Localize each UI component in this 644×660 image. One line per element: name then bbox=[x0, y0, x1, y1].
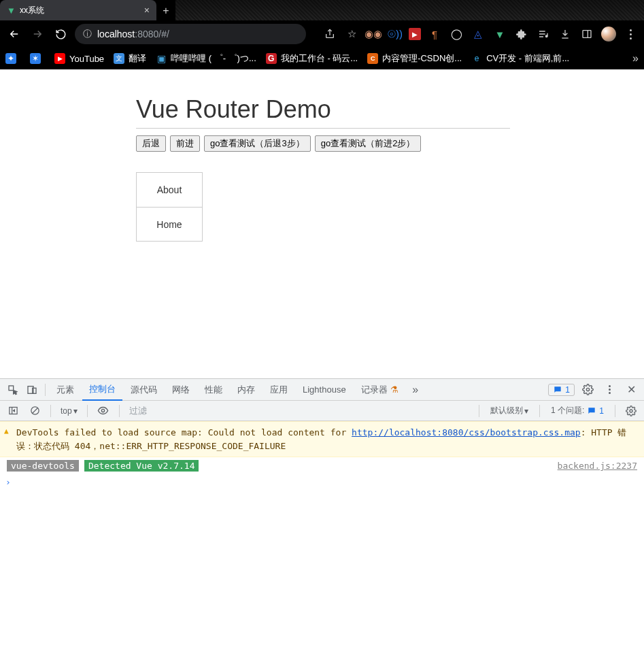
edge-icon: e bbox=[471, 53, 482, 64]
tab-network[interactable]: 网络 bbox=[165, 379, 197, 401]
separator bbox=[45, 384, 46, 396]
router-link-about[interactable]: About bbox=[137, 173, 202, 207]
browser-toolbar: ⓘ localhost:8080/#/ ☆ ◉◉ ⦾)) ▶ ¶ ◯ ◬ ▼ bbox=[0, 20, 644, 48]
console-filter-bar: top▾ 默认级别▾ 1 个问题: 1 bbox=[0, 401, 644, 421]
devtools-close-icon[interactable]: ✕ bbox=[622, 381, 640, 399]
bookmark-label: 内容管理-CSDN创... bbox=[382, 52, 462, 65]
separator bbox=[50, 405, 51, 417]
profile-avatar[interactable] bbox=[600, 26, 617, 42]
url-text: localhost:8080/#/ bbox=[97, 29, 169, 39]
ext-red-icon[interactable]: ▶ bbox=[409, 28, 421, 40]
browser-tab[interactable]: ▼ xx系统 × bbox=[0, 0, 156, 20]
separator bbox=[119, 405, 120, 417]
go-back3-button[interactable]: go查看测试（后退3步） bbox=[204, 135, 311, 152]
bookmark-item[interactable]: ✶ bbox=[30, 53, 45, 64]
sourcemap-link[interactable]: http://localhost:8080/css/bootstrap.css.… bbox=[352, 427, 581, 438]
forward-button[interactable] bbox=[29, 25, 46, 43]
bookmark-item[interactable]: 文翻译 bbox=[114, 52, 146, 65]
tab-sources[interactable]: 源代码 bbox=[124, 379, 164, 401]
page-content: Vue Router Demo 后退 前进 go查看测试（后退3步） go查看测… bbox=[0, 69, 644, 378]
bookmark-item[interactable]: G我的工作台 - 码云... bbox=[266, 52, 358, 65]
forward-button-app[interactable]: 前进 bbox=[170, 135, 200, 152]
devtools-menu-icon[interactable] bbox=[600, 381, 618, 399]
ext-triangle-icon[interactable]: ◬ bbox=[470, 26, 486, 42]
console-warning[interactable]: DevTools failed to load source map: Coul… bbox=[0, 421, 644, 457]
log-level-selector[interactable]: 默认级别▾ bbox=[486, 405, 532, 416]
reload-button[interactable] bbox=[52, 25, 69, 43]
devtools-tabbar: 元素 控制台 源代码 网络 性能 内存 应用 Lighthouse 记录器 ⚗ … bbox=[0, 379, 644, 401]
bookmark-label: CV开发 - 前端网,前... bbox=[486, 52, 569, 65]
console-empty[interactable] bbox=[0, 490, 644, 660]
bookmark-item[interactable]: ▶YouTube bbox=[54, 53, 104, 64]
chrome-menu-button[interactable] bbox=[622, 26, 639, 42]
console-filter-input[interactable] bbox=[126, 406, 472, 416]
ext-owl-icon[interactable]: ◉◉ bbox=[365, 26, 382, 42]
site-info-icon[interactable]: ⓘ bbox=[83, 28, 92, 40]
tabs-overflow-button[interactable]: » bbox=[407, 381, 424, 399]
bookmark-overflow-button[interactable]: » bbox=[632, 52, 639, 65]
address-bar[interactable]: ⓘ localhost:8080/#/ bbox=[75, 24, 306, 44]
inspect-element-icon[interactable] bbox=[4, 381, 22, 399]
new-tab-button[interactable]: + bbox=[156, 1, 175, 20]
tab-application[interactable]: 应用 bbox=[263, 379, 294, 401]
page-title: Vue Router Demo bbox=[136, 95, 644, 124]
console-settings-icon[interactable] bbox=[622, 402, 640, 420]
playlist-icon[interactable] bbox=[535, 26, 552, 42]
svg-point-9 bbox=[630, 410, 632, 412]
devtools-panel: 元素 控制台 源代码 网络 性能 内存 应用 Lighthouse 记录器 ⚗ … bbox=[0, 378, 644, 660]
tab-recorder[interactable]: 记录器 ⚗ bbox=[354, 379, 405, 401]
device-toolbar-icon[interactable] bbox=[23, 381, 41, 399]
back-button[interactable] bbox=[5, 25, 23, 43]
log-source-link[interactable]: backend.js:2237 bbox=[558, 461, 637, 471]
live-expression-icon[interactable] bbox=[95, 402, 112, 420]
bookmark-label: 我的工作台 - 码云... bbox=[281, 52, 358, 65]
svg-rect-2 bbox=[9, 386, 14, 391]
console-log-row[interactable]: vue-devtools Detected Vue v2.7.14 backen… bbox=[0, 457, 644, 474]
share-icon[interactable] bbox=[322, 26, 338, 42]
console-output: DevTools failed to load source map: Coul… bbox=[0, 421, 644, 660]
ext-pilcrow-icon[interactable]: ¶ bbox=[426, 26, 443, 42]
context-selector[interactable]: top▾ bbox=[58, 406, 80, 416]
bookmark-item[interactable]: eCV开发 - 前端网,前... bbox=[471, 52, 569, 65]
separator bbox=[479, 405, 479, 417]
bookmark-star-icon[interactable]: ☆ bbox=[343, 26, 360, 42]
bookmark-item[interactable]: ▣哔哩哔哩 ( ゜- ゜)つ... bbox=[156, 52, 256, 65]
console-messages-badge[interactable]: 1 bbox=[548, 384, 575, 396]
log-message: Detected Vue v2.7.14 bbox=[84, 460, 199, 472]
ext-cast-icon[interactable]: ⦾)) bbox=[387, 26, 403, 42]
tab-elements[interactable]: 元素 bbox=[50, 379, 81, 401]
separator bbox=[87, 405, 88, 417]
gitee-icon: G bbox=[266, 53, 277, 64]
svg-point-5 bbox=[586, 388, 589, 391]
back-button-app[interactable]: 后退 bbox=[136, 135, 166, 152]
issues-indicator[interactable]: 1 个问题: 1 bbox=[547, 405, 608, 416]
beta-icon: ⚗ bbox=[390, 384, 399, 395]
bookmark-icon: ✦ bbox=[5, 53, 16, 64]
tab-memory[interactable]: 内存 bbox=[231, 379, 262, 401]
devtools-settings-icon[interactable] bbox=[579, 381, 596, 399]
download-icon[interactable] bbox=[557, 26, 573, 42]
vue-icon: ▼ bbox=[7, 5, 16, 16]
tab-performance[interactable]: 性能 bbox=[198, 379, 229, 401]
translate-icon: 文 bbox=[114, 53, 124, 64]
router-link-list: About Home bbox=[136, 172, 203, 242]
window-drag-area bbox=[175, 0, 644, 20]
ext-circle-icon[interactable]: ◯ bbox=[448, 26, 464, 42]
tab-console[interactable]: 控制台 bbox=[82, 379, 122, 401]
youtube-icon: ▶ bbox=[54, 53, 65, 64]
chevron-down-icon: ▾ bbox=[524, 406, 528, 416]
bookmarks-bar: ✦ ✶ ▶YouTube 文翻译 ▣哔哩哔哩 ( ゜- ゜)つ... G我的工作… bbox=[0, 48, 644, 69]
close-tab-icon[interactable]: × bbox=[144, 5, 150, 16]
console-prompt[interactable]: › bbox=[0, 474, 644, 490]
bookmark-item[interactable]: C内容管理-CSDN创... bbox=[367, 52, 462, 65]
router-link-home[interactable]: Home bbox=[137, 207, 202, 241]
tab-strip: ▼ xx系统 × + bbox=[0, 0, 644, 20]
clear-console-icon[interactable] bbox=[26, 402, 44, 420]
sidepanel-icon[interactable] bbox=[579, 26, 595, 42]
bookmark-item[interactable]: ✦ bbox=[5, 53, 20, 64]
console-sidebar-toggle-icon[interactable] bbox=[4, 402, 22, 420]
ext-vue-icon[interactable]: ▼ bbox=[492, 26, 508, 42]
tab-lighthouse[interactable]: Lighthouse bbox=[296, 379, 353, 401]
go-fwd2-button[interactable]: go查看测试（前进2步） bbox=[315, 135, 422, 152]
extensions-icon[interactable] bbox=[513, 26, 530, 42]
